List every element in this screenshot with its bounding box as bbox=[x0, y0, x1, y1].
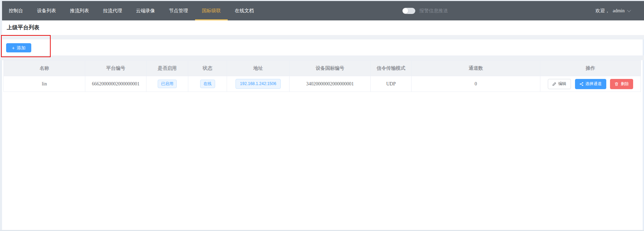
cell-status: 在线 bbox=[188, 76, 227, 92]
plus-icon: + bbox=[12, 46, 15, 50]
header-address: 地址 bbox=[227, 61, 290, 76]
nav-item-gb-cascade-active[interactable]: 国标级联 bbox=[195, 1, 228, 20]
user-menu[interactable]: 欢迎，admin bbox=[595, 1, 630, 20]
select-channel-button[interactable]: 选择通道 bbox=[575, 79, 606, 89]
header-name: 名称 bbox=[4, 61, 85, 76]
status-badge: 在线 bbox=[200, 80, 215, 88]
nav-menu: 控制台 设备列表 推流列表 拉流代理 云端录像 节点管理 国标级联 在线文档 bbox=[2, 1, 261, 20]
table-row: lin 66620000002000000001 已启用 在线 192.168.… bbox=[4, 76, 641, 92]
cell-transport-mode: UDP bbox=[371, 76, 412, 92]
delete-button-label: 删除 bbox=[621, 81, 629, 87]
nav-item-cloud-recording[interactable]: 云端录像 bbox=[129, 1, 162, 20]
add-button[interactable]: + 添加 bbox=[6, 43, 31, 52]
enabled-badge: 已启用 bbox=[158, 80, 177, 88]
edit-button[interactable]: 编辑 bbox=[548, 79, 571, 89]
cell-actions: 编辑 选择通道 bbox=[540, 76, 641, 92]
scrollbar-track[interactable] bbox=[643, 20, 644, 231]
nav-item-console[interactable]: 控制台 bbox=[2, 1, 30, 20]
share-icon bbox=[579, 82, 584, 86]
username: admin bbox=[613, 8, 625, 14]
header-gb-device-id: 设备国标编号 bbox=[290, 61, 371, 76]
header-status: 状态 bbox=[188, 61, 227, 76]
page-title: 上级平台列表 bbox=[7, 24, 39, 31]
alarm-push-toggle-group: 报警信息推送 bbox=[402, 1, 448, 20]
delete-button[interactable]: 删除 bbox=[610, 79, 633, 89]
add-button-label: 添加 bbox=[17, 45, 25, 51]
address-link[interactable]: 192.168.1.242:1506 bbox=[236, 79, 281, 88]
page-header: 上级平台列表 bbox=[2, 20, 644, 35]
edit-button-label: 编辑 bbox=[558, 81, 567, 87]
nav-item-device-list[interactable]: 设备列表 bbox=[30, 1, 63, 20]
cell-name: lin bbox=[4, 76, 85, 92]
nav-item-push-stream-list[interactable]: 推流列表 bbox=[63, 1, 96, 20]
trash-icon bbox=[614, 82, 619, 86]
select-channel-button-label: 选择通道 bbox=[586, 81, 602, 87]
welcome-text: 欢迎， bbox=[595, 8, 610, 14]
nav-item-node-management[interactable]: 节点管理 bbox=[162, 1, 195, 20]
chevron-down-icon bbox=[627, 8, 631, 12]
cell-gb-device-id: 34020000002000000001 bbox=[290, 76, 371, 92]
section-divider-band bbox=[0, 55, 644, 60]
pencil-icon bbox=[552, 82, 556, 86]
header-actions: 操作 bbox=[540, 61, 641, 76]
table-header-row: 名称 平台编号 是否启用 状态 地址 设备国标编号 信令传输模式 通道数 操作 bbox=[4, 61, 641, 76]
header-platform-id: 平台编号 bbox=[85, 61, 146, 76]
platform-table: 名称 平台编号 是否启用 状态 地址 设备国标编号 信令传输模式 通道数 操作 … bbox=[3, 60, 641, 92]
nav-item-pull-stream-proxy[interactable]: 拉流代理 bbox=[96, 1, 129, 20]
cell-enabled: 已启用 bbox=[146, 76, 188, 92]
cell-platform-id: 66620000002000000001 bbox=[85, 76, 146, 92]
alarm-push-toggle[interactable] bbox=[402, 8, 415, 14]
top-navbar: 控制台 设备列表 推流列表 拉流代理 云端录像 节点管理 国标级联 在线文档 报… bbox=[2, 1, 644, 20]
cell-address: 192.168.1.242:1506 bbox=[227, 76, 290, 92]
alarm-push-label: 报警信息推送 bbox=[419, 8, 448, 14]
section-divider-band bbox=[0, 35, 644, 39]
toggle-knob bbox=[403, 8, 408, 14]
cell-channel-count: 0 bbox=[412, 76, 540, 92]
header-transport-mode: 信令传输模式 bbox=[371, 61, 412, 76]
nav-item-online-docs[interactable]: 在线文档 bbox=[228, 1, 261, 20]
header-enabled: 是否启用 bbox=[146, 61, 188, 76]
header-channel-count: 通道数 bbox=[412, 61, 540, 76]
